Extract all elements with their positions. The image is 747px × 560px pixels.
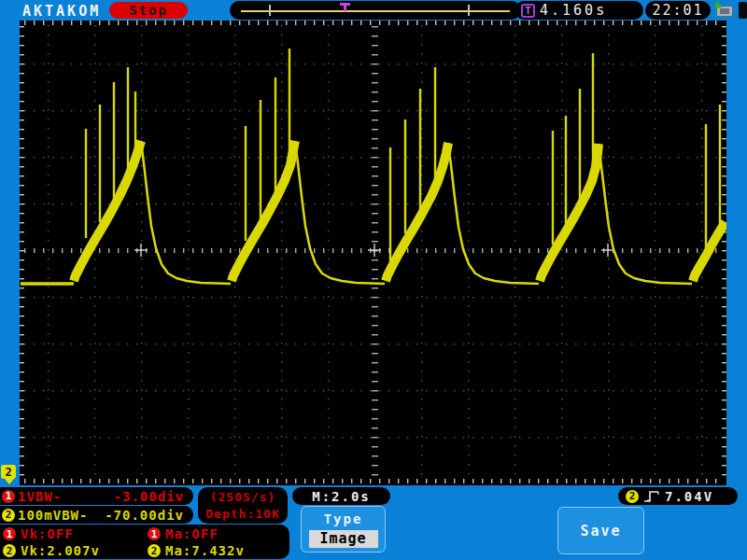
usb-device-icon: [712, 3, 735, 18]
ch1-ma-readout: 1 Ma:OFF: [148, 525, 283, 542]
timebase-readout: M:2.0s: [292, 487, 390, 505]
trigger-source-badge: 2: [626, 490, 639, 503]
ch1-position-value: -3.00div: [114, 489, 184, 504]
trigger-level-readout: 2 7.04V: [618, 487, 738, 505]
ch2-ma-readout: 2 Ma:7.432v: [148, 542, 283, 559]
type-selected-value[interactable]: Image: [309, 530, 378, 548]
trigger-level-value: 7.04V: [665, 489, 713, 504]
sample-rate-value: (250S/s): [210, 489, 276, 505]
ch1-badge: 1: [2, 490, 15, 503]
waveform-display: [20, 21, 726, 485]
ch2-scale-label: 100mVBW-: [18, 508, 88, 523]
ch2-ma-value: Ma:7.432v: [165, 543, 245, 558]
ch2-vk-readout: 2 Vk:2.007v: [3, 542, 148, 559]
ch1-ma-value: Ma:OFF: [165, 526, 218, 541]
acquisition-readout: (250S/s) Depth:10K: [198, 487, 288, 524]
run-state-badge: Stop: [109, 2, 188, 19]
clock-readout: 22:01: [645, 1, 711, 20]
ch2-badge: 2: [2, 509, 15, 522]
ch1-vk-value: Vk:OFF: [21, 526, 74, 541]
ch2-position-marker: 2: [1, 465, 16, 479]
trigger-t-icon: T: [521, 4, 535, 18]
trigger-time-readout: T 4.160s: [514, 1, 643, 20]
top-status-bar: AKTAKOM Stop T 4.160s 22:01: [0, 0, 747, 21]
graticule-and-trace: [20, 21, 726, 485]
oscilloscope-screen: AKTAKOM Stop T 4.160s 22:01 2 1 1VBW- -3…: [0, 0, 747, 560]
ch1-badge: 1: [3, 527, 16, 540]
window-left-bracket-icon: [269, 5, 271, 16]
type-label: Type: [324, 511, 363, 526]
ch2-badge: 2: [3, 544, 16, 557]
rising-edge-icon: [643, 489, 660, 503]
ch1-scale-readout: 1 1VBW- -3.00div: [0, 487, 193, 505]
save-label: Save: [580, 523, 621, 539]
ch1-vk-readout: 1 Vk:OFF: [3, 525, 148, 542]
window-right-bracket-icon: [468, 5, 470, 16]
trigger-position-icon-stem: [344, 6, 346, 11]
top-right-chip: [739, 2, 747, 19]
ch2-scale-readout: 2 100mVBW- -70.00div: [0, 506, 193, 524]
timebase-value: M:2.0s: [312, 489, 371, 504]
ch2-position-value: -70.00div: [105, 508, 184, 523]
brand-logo: AKTAKOM: [22, 3, 101, 20]
trigger-time-value: 4.160s: [540, 2, 607, 19]
type-menu-button[interactable]: Type Image: [301, 506, 386, 553]
horizontal-window-indicator: [230, 1, 521, 20]
ch1-scale-label: 1VBW-: [18, 489, 62, 504]
measurement-panel: 1 Vk:OFF 1 Ma:OFF 2 Vk:2.007v 2 Ma:7.432…: [0, 525, 289, 559]
ch2-badge: 2: [148, 544, 161, 557]
ch1-badge: 1: [148, 527, 161, 540]
memory-depth-value: Depth:10K: [205, 506, 279, 522]
save-button[interactable]: Save: [557, 507, 644, 554]
ch2-position-marker-arrow-icon: [5, 479, 14, 484]
ch2-vk-value: Vk:2.007v: [21, 543, 100, 558]
